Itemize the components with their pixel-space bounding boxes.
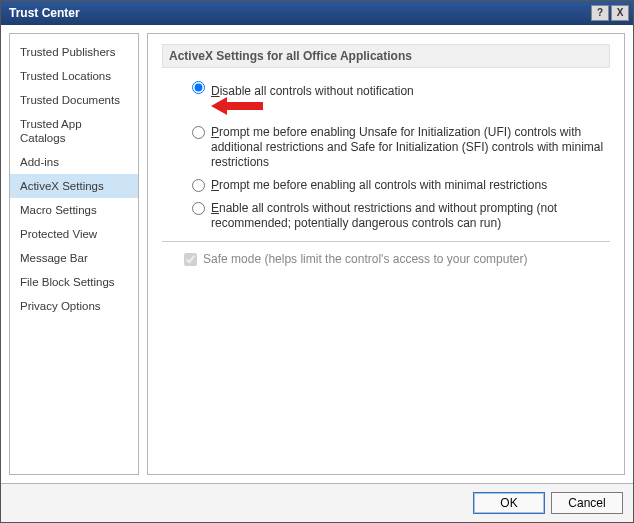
option-prompt-ufi-sfi[interactable]: Prompt me before enabling Unsafe for Ini… — [192, 125, 610, 170]
option-disable-all[interactable]: Disable all controls without notificatio… — [192, 80, 610, 117]
sidebar-item-trusted-locations[interactable]: Trusted Locations — [10, 64, 138, 88]
titlebar: Trust Center ? X — [1, 1, 633, 25]
option-label: Enable all controls without restrictions… — [211, 201, 610, 231]
svg-marker-0 — [211, 97, 263, 115]
radio-prompt-minimal[interactable] — [192, 179, 205, 192]
divider — [162, 241, 610, 242]
radio-enable-all[interactable] — [192, 202, 205, 215]
activex-options-group: Disable all controls without notificatio… — [162, 80, 610, 231]
option-prompt-minimal[interactable]: Prompt me before enabling all controls w… — [192, 178, 610, 193]
sidebar-item-trusted-publishers[interactable]: Trusted Publishers — [10, 40, 138, 64]
help-button[interactable]: ? — [591, 5, 609, 21]
sidebar-item-trusted-documents[interactable]: Trusted Documents — [10, 88, 138, 112]
radio-prompt-ufi-sfi[interactable] — [192, 126, 205, 139]
safe-mode-row: Safe mode (helps limit the control's acc… — [162, 252, 610, 266]
cancel-button[interactable]: Cancel — [551, 492, 623, 514]
window-title: Trust Center — [9, 6, 589, 20]
safe-mode-label: Safe mode (helps limit the control's acc… — [203, 252, 527, 266]
close-button[interactable]: X — [611, 5, 629, 21]
sidebar-item-file-block-settings[interactable]: File Block Settings — [10, 270, 138, 294]
sidebar: Trusted Publishers Trusted Locations Tru… — [9, 33, 139, 475]
ok-button[interactable]: OK — [473, 492, 545, 514]
option-enable-all[interactable]: Enable all controls without restrictions… — [192, 201, 610, 231]
sidebar-item-add-ins[interactable]: Add-ins — [10, 150, 138, 174]
sidebar-item-trusted-app-catalogs[interactable]: Trusted App Catalogs — [10, 112, 138, 150]
dialog-footer: OK Cancel — [1, 483, 633, 522]
trust-center-window: Trust Center ? X Trusted Publishers Trus… — [0, 0, 634, 523]
content-panel: ActiveX Settings for all Office Applicat… — [147, 33, 625, 475]
sidebar-item-privacy-options[interactable]: Privacy Options — [10, 294, 138, 318]
sidebar-item-protected-view[interactable]: Protected View — [10, 222, 138, 246]
sidebar-item-activex-settings[interactable]: ActiveX Settings — [10, 174, 138, 198]
radio-disable-all[interactable] — [192, 81, 205, 94]
section-header: ActiveX Settings for all Office Applicat… — [162, 44, 610, 68]
safe-mode-checkbox — [184, 253, 197, 266]
red-arrow-icon — [211, 97, 610, 115]
body-area: Trusted Publishers Trusted Locations Tru… — [1, 25, 633, 483]
sidebar-item-macro-settings[interactable]: Macro Settings — [10, 198, 138, 222]
option-label: Prompt me before enabling all controls w… — [211, 178, 610, 193]
option-label: Prompt me before enabling Unsafe for Ini… — [211, 125, 610, 170]
sidebar-item-message-bar[interactable]: Message Bar — [10, 246, 138, 270]
option-label: Disable all controls without notificatio… — [211, 80, 610, 117]
